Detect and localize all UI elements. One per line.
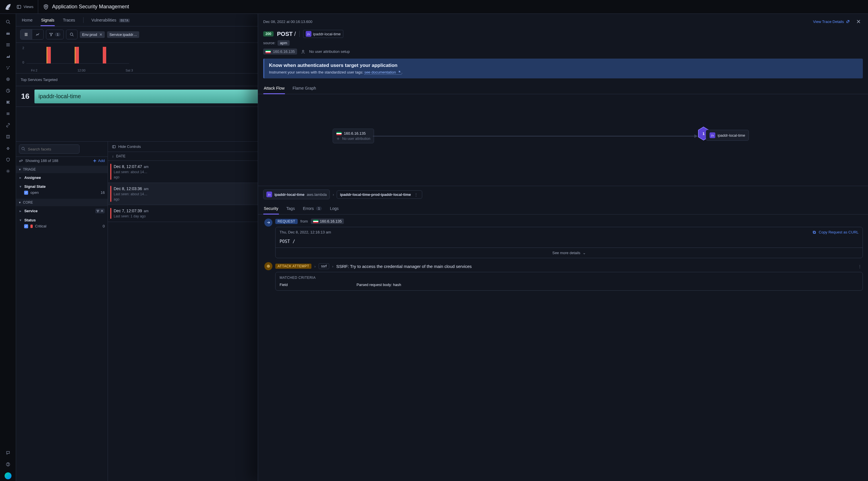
function-icon: ƒx <box>306 31 311 37</box>
hide-controls-button[interactable]: Hide Controls <box>112 145 141 149</box>
tab-traces[interactable]: Traces <box>62 14 75 26</box>
view-trace-details-link[interactable]: View Trace Details <box>813 20 849 24</box>
primary-nav <box>0 14 16 481</box>
nav-scatter-icon[interactable] <box>3 63 13 73</box>
checkbox-icon[interactable]: ✓ <box>24 224 28 228</box>
info-banner-doc-link[interactable]: see documentation <box>364 70 401 75</box>
close-icon[interactable]: ✕ <box>100 209 104 213</box>
info-banner: Know when authenticated users target you… <box>263 59 863 79</box>
nav-gear-icon[interactable] <box>3 166 13 176</box>
checkbox-icon[interactable]: ✓ <box>24 191 28 195</box>
funnel-icon <box>49 32 53 36</box>
svg-point-16 <box>7 78 9 81</box>
svg-point-47 <box>302 50 304 51</box>
kebab-icon[interactable]: ⋮ <box>857 264 863 269</box>
external-link-icon <box>398 71 400 73</box>
x-tick: 12:00 <box>78 69 86 72</box>
filter-button[interactable]: 1 <box>46 30 64 39</box>
tab-logs[interactable]: Logs <box>329 203 339 214</box>
facet-service-filter-chip[interactable]: ✕ <box>95 209 105 213</box>
matched-criteria-header: MATCHED CRITERIA <box>280 276 859 280</box>
tab-tags[interactable]: Tags <box>286 203 296 214</box>
request-ip-label: 160.6.16.135 <box>320 219 342 223</box>
filter-chip-env-label: Env:prod <box>82 32 97 37</box>
facet-open-label: open <box>30 190 39 195</box>
facet-add-button[interactable]: Add <box>93 158 105 163</box>
flow-node-source[interactable]: 160.6.16.135 No user attribution <box>333 129 374 143</box>
flow-node-dest[interactable]: ƒx ipaddr-local-time <box>706 130 749 141</box>
nav-puzzle-icon[interactable] <box>3 97 13 108</box>
page-title: Application Security Management <box>52 4 129 10</box>
nav-area-chart-icon[interactable] <box>3 51 13 61</box>
nav-stack-icon[interactable] <box>3 109 13 119</box>
facets-panel: Showing 188 of 188 Add ▾ TRIAGE ▸ Assig <box>16 142 108 481</box>
nav-chat-icon[interactable] <box>3 448 13 458</box>
facet-group-core[interactable]: ▾ CORE <box>16 199 107 206</box>
request-ip-chip[interactable]: 160.6.16.135 <box>311 218 344 224</box>
nav-link-icon[interactable] <box>3 120 13 130</box>
search-toggle-button[interactable] <box>66 30 78 39</box>
ip-chip[interactable]: 160.6.16.135 <box>263 49 297 55</box>
tab-flame-graph[interactable]: Flame Graph <box>292 83 317 94</box>
flag-italy-icon <box>266 50 271 53</box>
svg-point-3 <box>6 20 9 23</box>
copy-curl-button[interactable]: Copy Request as CURL <box>812 230 859 234</box>
funnel-icon <box>96 210 99 212</box>
source-value-chip[interactable]: apm <box>278 40 289 46</box>
close-icon[interactable]: ✕ <box>99 32 102 37</box>
filter-count: 1 <box>55 32 61 36</box>
nav-list-icon[interactable] <box>3 40 13 50</box>
nav-bug-icon[interactable] <box>3 143 13 153</box>
nav-target-icon[interactable] <box>3 74 13 84</box>
nav-book-icon[interactable] <box>3 131 13 142</box>
severity-dot-icon <box>30 224 33 228</box>
nav-binoculars-icon[interactable] <box>3 28 13 38</box>
copy-curl-label: Copy Request as CURL <box>818 230 859 234</box>
facet-service[interactable]: ▸ Service ✕ <box>16 206 107 216</box>
chevron-down-icon: ▾ <box>20 218 22 222</box>
ip-label: 160.6.16.135 <box>273 50 295 54</box>
svg-text:0: 0 <box>22 61 24 64</box>
facet-signal-state[interactable]: ▾ Signal State ✓ open 16 <box>16 182 107 199</box>
facet-assignee[interactable]: ▸ Assignee <box>16 173 107 182</box>
attack-type-chip[interactable]: ssrf <box>319 263 329 269</box>
vendor-logo-icon[interactable] <box>4 3 12 11</box>
svg-text:2: 2 <box>22 46 24 50</box>
filter-chip-env[interactable]: Env:prod ✕ <box>80 31 105 38</box>
beta-badge: BETA <box>119 19 130 22</box>
facet-status[interactable]: ▾ Status ✓ Critical 0 <box>16 216 107 232</box>
tab-vulnerabilities[interactable]: Vulnerabilities BETA <box>91 14 131 26</box>
tab-errors-count: 1 <box>316 207 322 210</box>
svg-line-4 <box>9 23 10 24</box>
crumb-dest[interactable]: ipaddr-local-time-prod-ipaddr-local-time <box>340 192 411 197</box>
filter-chip-service[interactable]: Service:ipaddr… <box>107 31 139 38</box>
attack-flow-diagram[interactable]: 160.6.16.135 No user attribution 1 ƒx ip… <box>258 94 868 186</box>
view-list-button[interactable] <box>20 30 32 39</box>
svg-rect-8 <box>9 32 9 33</box>
nav-avatar[interactable] <box>3 471 13 481</box>
tab-security[interactable]: Security <box>263 203 279 214</box>
close-panel-button[interactable] <box>854 17 863 26</box>
tab-errors[interactable]: Errors 1 <box>302 203 322 214</box>
see-more-details-button[interactable]: See more details ⌄ <box>276 247 863 258</box>
user-icon <box>301 50 305 54</box>
nav-shield-icon[interactable] <box>3 154 13 165</box>
kebab-icon[interactable]: ⋮ <box>413 192 419 197</box>
nav-help-icon[interactable] <box>3 459 13 470</box>
function-icon: ƒx <box>267 191 272 197</box>
service-chip[interactable]: ƒx ipaddr-local-time <box>303 30 343 38</box>
request-method-path: POST / <box>276 237 863 247</box>
facet-search-input[interactable] <box>19 145 80 154</box>
view-timeseries-button[interactable] <box>32 30 43 39</box>
request-pill: REQUEST <box>275 219 298 224</box>
tab-signals[interactable]: Signals <box>40 14 55 26</box>
facet-group-triage[interactable]: ▾ TRIAGE <box>16 166 107 173</box>
tab-attack-flow[interactable]: Attack Flow <box>263 83 285 94</box>
sort-desc-icon: ↓ <box>112 154 114 158</box>
nav-search-icon[interactable] <box>3 17 13 27</box>
views-link[interactable]: Views <box>17 0 38 13</box>
tab-home[interactable]: Home <box>21 14 33 26</box>
tab-errors-label: Errors <box>303 206 314 211</box>
nav-radar-icon[interactable] <box>3 86 13 96</box>
crumb-service[interactable]: ipaddr-local-time <box>274 192 305 197</box>
